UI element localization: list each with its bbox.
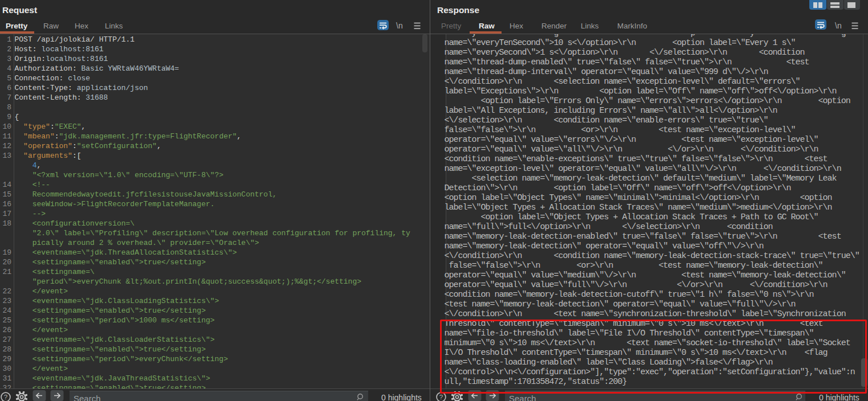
svg-text:?: ? <box>439 394 442 400</box>
svg-text:?: ? <box>3 394 7 400</box>
